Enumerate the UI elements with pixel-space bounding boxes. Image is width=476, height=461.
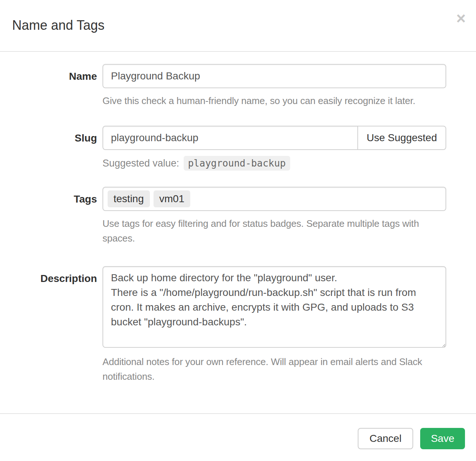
tags-input[interactable]: testing vm01	[102, 187, 446, 211]
modal-footer: Cancel Save	[0, 413, 476, 461]
modal-title: Name and Tags	[12, 18, 464, 33]
modal-body: Name Give this check a human-friendly na…	[0, 52, 476, 413]
name-input[interactable]	[102, 64, 446, 88]
tag-chip-vm01[interactable]: vm01	[154, 190, 190, 207]
description-label: Description	[12, 266, 97, 384]
close-icon[interactable]: ×	[456, 10, 466, 26]
cancel-button[interactable]: Cancel	[358, 428, 413, 449]
tags-field-group: Tags testing vm01 Use tags for easy filt…	[12, 187, 446, 246]
modal-header: Name and Tags ×	[0, 0, 476, 52]
slug-label: Slug	[12, 126, 97, 171]
description-control-column: Back up home directory for the "playgrou…	[102, 266, 446, 384]
description-textarea[interactable]: Back up home directory for the "playgrou…	[102, 266, 446, 348]
slug-field-group: Slug Use Suggested Suggested value: play…	[12, 126, 446, 171]
suggested-value-prefix: Suggested value:	[102, 158, 179, 169]
suggested-value-code: playground-backup	[184, 156, 290, 171]
use-suggested-button[interactable]: Use Suggested	[357, 126, 446, 150]
slug-input[interactable]	[102, 126, 358, 150]
name-label: Name	[12, 64, 97, 108]
save-button[interactable]: Save	[420, 428, 465, 449]
tags-help-text: Use tags for easy filtering and for stat…	[102, 216, 446, 246]
slug-control-column: Use Suggested Suggested value: playgroun…	[102, 126, 446, 171]
tag-chip-testing[interactable]: testing	[108, 190, 150, 207]
name-control-column: Give this check a human-friendly name, s…	[102, 64, 446, 108]
tags-control-column: testing vm01 Use tags for easy filtering…	[102, 187, 446, 246]
name-field-group: Name Give this check a human-friendly na…	[12, 64, 446, 108]
suggested-value-line: Suggested value: playground-backup	[102, 156, 446, 171]
description-field-group: Description Back up home directory for t…	[12, 266, 446, 384]
description-help-text: Additional notes for your own reference.…	[102, 354, 446, 384]
name-help-text: Give this check a human-friendly name, s…	[102, 93, 446, 108]
tags-label: Tags	[12, 187, 97, 246]
slug-input-group: Use Suggested	[102, 126, 446, 150]
name-and-tags-modal: Name and Tags × Name Give this check a h…	[0, 0, 476, 461]
